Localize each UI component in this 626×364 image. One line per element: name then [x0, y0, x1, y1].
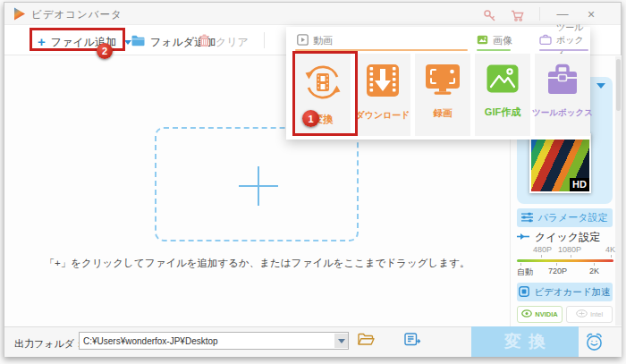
slider-label-2k: 2K	[589, 267, 599, 275]
quick-settings-label: クイック設定	[535, 230, 600, 245]
chevron-down-icon	[338, 339, 345, 343]
quick-settings-header: クイック設定	[517, 231, 600, 243]
sliders-icon	[521, 212, 533, 224]
mode-item-gif-label: GIF作成	[485, 106, 520, 119]
slider-label-1080p: 1080P	[558, 245, 581, 254]
plus-icon	[258, 166, 259, 206]
output-format-thumbnail[interactable]: HD	[529, 133, 591, 193]
output-folder-label: 出力フォルダ：	[14, 337, 84, 351]
path-dropdown-button[interactable]	[334, 334, 348, 348]
plus-icon: +	[38, 36, 46, 48]
app-window: ビデオコンバータ — × + ファイル追加 フォルダ追加 クリア 2 「+」をク…	[0, 0, 626, 364]
clear-label: クリア	[216, 35, 249, 50]
slider-tick	[571, 255, 571, 258]
folder-add-icon	[131, 35, 145, 49]
tab-toolbox[interactable]: ツールボックス	[539, 32, 590, 48]
tab-video-underline	[295, 49, 468, 51]
app-logo-icon	[12, 6, 27, 25]
slider-label-720p: 720P	[548, 267, 567, 275]
alarm-clock-icon[interactable]	[584, 332, 605, 356]
register-key-icon[interactable]	[478, 7, 501, 24]
mode-dropdown-panel: 動画 画像 ツールボックス 変換 ダウンロード	[286, 27, 590, 140]
convert-icon	[303, 63, 343, 106]
clear-button[interactable]: クリア	[199, 33, 249, 51]
minimize-button[interactable]: —	[551, 5, 574, 22]
gpu-acceleration-button[interactable]: ビデオカード加速	[517, 283, 613, 301]
toolbar-separator	[264, 32, 265, 48]
tab-image-label: 画像	[493, 34, 512, 47]
trash-icon	[199, 34, 210, 50]
intel-logo-icon	[576, 309, 588, 319]
gpu-chip-icon	[519, 286, 529, 299]
toolbox-icon	[545, 63, 580, 100]
slider-tick	[520, 263, 521, 266]
parameter-settings-label: パラメータ設定	[537, 211, 607, 224]
slider-tick	[556, 263, 557, 266]
nvidia-label: NVIDIA	[535, 310, 557, 318]
download-icon	[365, 63, 401, 102]
output-path-input[interactable]	[79, 332, 349, 350]
mode-item-toolbox-label: ツールボックス	[532, 107, 593, 119]
mode-item-toolbox[interactable]: ツールボックス	[535, 54, 590, 136]
dropzone-hint: 「+」をクリックしてファイルを追加するか、またはファイルをここまでドラッグします…	[4, 257, 510, 270]
mode-item-download[interactable]: ダウンロード	[355, 54, 410, 136]
convert-button[interactable]: 変換	[471, 326, 579, 357]
image-tab-icon	[477, 34, 488, 47]
quick-slider-icon	[517, 231, 530, 243]
tab-toolbox-underline	[539, 49, 588, 51]
gif-icon	[485, 63, 520, 98]
open-output-folder-button[interactable]	[404, 333, 421, 350]
slider-tick	[611, 255, 612, 258]
tab-video-label: 動画	[313, 34, 333, 47]
browse-folder-button[interactable]	[358, 333, 375, 350]
slider-label-auto: 自動	[517, 267, 533, 278]
store-cart-icon[interactable]	[506, 7, 529, 24]
slider-label-4k: 4K	[605, 245, 615, 254]
nvidia-logo-icon	[521, 309, 532, 319]
mode-item-record[interactable]: 録画	[415, 54, 470, 136]
mode-item-gif[interactable]: GIF作成	[475, 54, 530, 136]
file-dropzone[interactable]	[155, 127, 359, 241]
hd-badge: HD	[570, 178, 589, 191]
intel-label: Intel	[590, 310, 603, 318]
slider-tick	[594, 263, 595, 266]
tab-video[interactable]: 動画	[297, 32, 333, 48]
chevron-down-icon[interactable]	[596, 83, 605, 89]
mode-item-download-label: ダウンロード	[355, 109, 410, 122]
slider-tick	[541, 255, 542, 258]
toolbox-tab-icon	[539, 34, 552, 47]
parameter-settings-button[interactable]: パラメータ設定	[517, 208, 613, 227]
tab-image-underline	[477, 49, 511, 51]
annotation-badge-step2: 2	[97, 43, 113, 59]
close-button[interactable]: ×	[579, 5, 603, 22]
gpu-acceleration-label: ビデオカード加速	[534, 286, 610, 299]
record-icon	[424, 63, 461, 100]
chevron-down-icon[interactable]	[124, 40, 131, 45]
nvidia-button[interactable]: NVIDIA	[517, 306, 563, 323]
titlebar-separator	[539, 7, 540, 21]
annotation-badge-step1: 1	[302, 110, 319, 127]
add-file-button[interactable]: + ファイル追加	[38, 33, 131, 51]
quality-slider[interactable]	[517, 259, 613, 262]
mode-item-record-label: 録画	[434, 107, 453, 120]
slider-label-480p: 480P	[533, 245, 552, 254]
app-title: ビデオコンバータ	[31, 8, 123, 21]
scrollbar-thumb[interactable]	[616, 59, 621, 111]
intel-button[interactable]: Intel	[566, 306, 613, 323]
video-tab-icon	[297, 34, 309, 47]
tab-image[interactable]: 画像	[477, 32, 512, 48]
